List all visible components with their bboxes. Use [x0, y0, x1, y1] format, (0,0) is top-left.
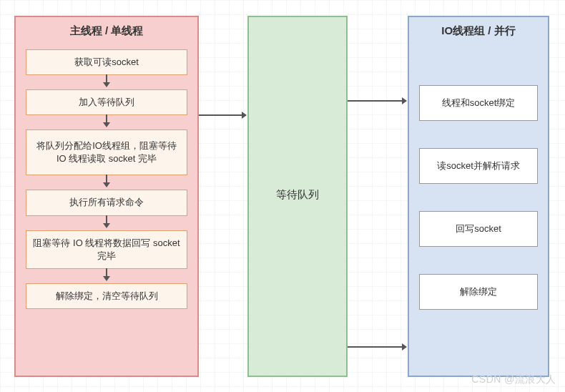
step-unbind-clear: 解除绑定，清空等待队列: [26, 283, 187, 309]
io-step-writeback: 回写socket: [419, 211, 538, 247]
io-step-bind: 线程和socket绑定: [419, 85, 538, 121]
arrow-down-icon: [103, 122, 110, 127]
arrow-down-icon: [103, 82, 110, 87]
step-enqueue: 加入等待队列: [26, 89, 187, 115]
io-thread-title: IO线程组 / 并行: [441, 24, 515, 38]
step-get-socket: 获取可读socket: [26, 49, 187, 75]
arrow-right-icon: [199, 114, 246, 116]
arrow-down-icon: [103, 223, 110, 228]
io-thread-stack: 线程和socket绑定 读socket并解析请求 回写socket 解除绑定: [419, 85, 538, 310]
io-thread-panel: IO线程组 / 并行 线程和socket绑定 读socket并解析请求 回写so…: [408, 16, 549, 377]
io-step-unbind: 解除绑定: [419, 274, 538, 310]
arrow-right-icon: [348, 100, 406, 102]
main-thread-title: 主线程 / 单线程: [70, 24, 144, 38]
wait-queue-panel: 等待队列: [247, 16, 348, 377]
arrow-right-icon: [348, 346, 406, 348]
arrow-down-icon: [103, 182, 110, 187]
main-thread-flow: 获取可读socket 加入等待队列 将队列分配给IO线程组，阻塞等待 IO 线程…: [26, 49, 187, 309]
step-wait-writeback: 阻塞等待 IO 线程将数据回写 socket 完毕: [26, 230, 187, 269]
main-thread-panel: 主线程 / 单线程 获取可读socket 加入等待队列 将队列分配给IO线程组，…: [14, 16, 199, 377]
watermark: CSDN @流浪大人: [471, 373, 556, 386]
step-assign-io: 将队列分配给IO线程组，阻塞等待 IO 线程读取 socket 完毕: [26, 129, 187, 175]
step-execute: 执行所有请求命令: [26, 190, 187, 215]
arrow-down-icon: [103, 276, 110, 281]
wait-queue-label: 等待队列: [276, 188, 319, 202]
io-step-read-parse: 读socket并解析请求: [419, 148, 538, 184]
